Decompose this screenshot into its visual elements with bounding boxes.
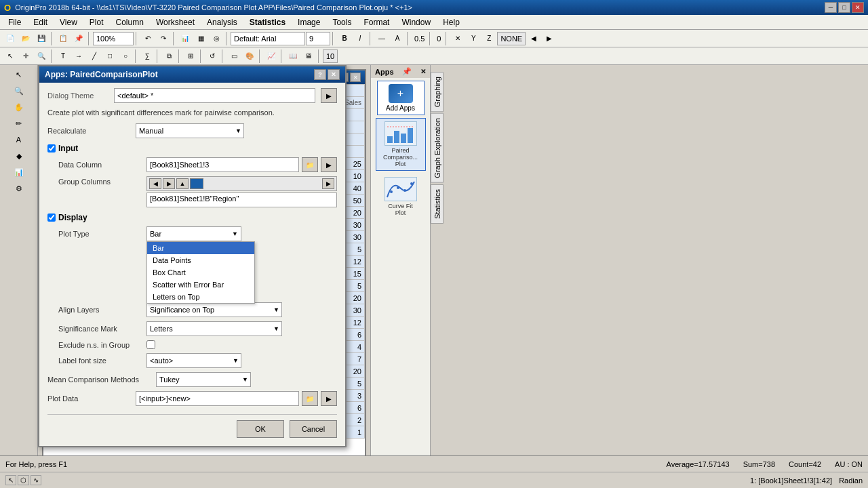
open-btn[interactable]: 📂 (18, 31, 33, 46)
bottom-tool-3[interactable]: ∿ (31, 475, 41, 485)
plot-data-input[interactable]: [<input>]<new> (136, 391, 299, 406)
redo-btn[interactable]: ↷ (156, 31, 171, 46)
mean-comparison-select[interactable]: Tukey Bonferroni Dunn (156, 372, 251, 387)
scatter-btn[interactable]: ◎ (209, 31, 224, 46)
significance-mark-select[interactable]: Letters Bars (146, 321, 282, 336)
plot-type-btn[interactable]: Bar ▼ (146, 226, 241, 241)
tab-graphing[interactable]: Graphing (431, 72, 443, 112)
menu-worksheet[interactable]: Worksheet (151, 16, 200, 28)
crosshair-tool[interactable]: ✛ (18, 49, 33, 64)
zoom-in-tool[interactable]: 🔍 (34, 49, 49, 64)
menu-statistics[interactable]: Statistics (244, 16, 291, 28)
maximize-button[interactable]: □ (838, 2, 850, 13)
screen-reader[interactable]: 🖥 (301, 49, 316, 64)
formula-tool[interactable]: ∑ (140, 49, 155, 64)
menu-plot[interactable]: Plot (84, 16, 109, 28)
gc-more-btn[interactable]: ▶ (322, 178, 334, 189)
menu-analysis[interactable]: Analysis (201, 16, 243, 28)
gc-up-btn[interactable]: ▲ (176, 178, 189, 189)
gc-left-btn[interactable]: ◀ (149, 178, 161, 189)
gc-color-swatch[interactable] (190, 178, 203, 189)
menu-view[interactable]: View (54, 16, 83, 28)
tab-graph-exploration[interactable]: Graph Exploration (431, 113, 443, 183)
dialog-help-btn[interactable]: ? (314, 69, 326, 80)
font-size-input[interactable]: 9 (306, 32, 330, 45)
graph-tool[interactable]: 📊 (12, 165, 26, 180)
layer-tool[interactable]: ⧉ (161, 49, 176, 64)
rotate-tool[interactable]: ↺ (205, 49, 220, 64)
arrow-tool[interactable]: → (71, 49, 86, 64)
plot-data-browse-btn[interactable]: 📁 (302, 391, 318, 406)
plot-type-option-scatter[interactable]: Scatter with Error Bar (147, 279, 254, 291)
menu-format[interactable]: Format (358, 16, 395, 28)
cancel-button[interactable]: Cancel (290, 420, 337, 438)
recalculate-select[interactable]: Manual Auto (136, 123, 244, 138)
menu-edit[interactable]: Edit (28, 16, 53, 28)
line-draw-tool[interactable]: ╱ (87, 49, 102, 64)
font-name-input[interactable]: Default: Arial (231, 32, 305, 45)
graph-nav[interactable]: 📈 (264, 49, 279, 64)
app-item-paired[interactable]: PairedCompariso...Plot (376, 118, 426, 171)
bottom-tool-1[interactable]: ↖ (5, 475, 16, 485)
menu-image[interactable]: Image (292, 16, 326, 28)
data-column-browse-btn[interactable]: 📁 (302, 157, 318, 172)
input-section-checkbox[interactable] (47, 144, 56, 152)
menu-file[interactable]: File (3, 16, 26, 28)
color-btn[interactable]: A (390, 31, 405, 46)
paste-btn[interactable]: 📌 (71, 31, 86, 46)
chart-btn[interactable]: 📊 (178, 31, 193, 46)
menu-tools[interactable]: Tools (327, 16, 357, 28)
bottom-tool-2[interactable]: ⬡ (18, 475, 29, 485)
text-insert-tool[interactable]: A (12, 132, 26, 147)
plot-type-option-points[interactable]: Data Points (147, 254, 254, 266)
data-reader[interactable]: 📖 (285, 49, 300, 64)
app-item-curvefit[interactable]: Curve FitPlot (376, 174, 426, 220)
data-column-arrow-btn[interactable]: ▶ (321, 157, 337, 172)
apps-panel-pin-icon[interactable]: 📌 (402, 67, 412, 76)
pointer-tool[interactable]: ↖ (3, 49, 18, 64)
group-col-value[interactable]: [Book81]Sheet1!B"Region" (146, 192, 337, 207)
add-apps-button[interactable]: + Add Apps (377, 81, 425, 115)
nav-next[interactable]: ▶ (542, 31, 557, 46)
exclude-ns-checkbox[interactable] (146, 340, 155, 349)
copy-btn[interactable]: 📋 (56, 31, 71, 46)
plot-data-arrow-btn[interactable]: ▶ (321, 391, 337, 406)
tab-statistics[interactable]: Statistics (431, 184, 443, 224)
theme-more-btn[interactable]: ▶ (321, 88, 337, 103)
undo-btn[interactable]: ↶ (140, 31, 155, 46)
close-button[interactable]: ✕ (852, 2, 864, 13)
label-font-size-select[interactable]: <auto> (146, 353, 241, 368)
select-tool[interactable]: ↖ (12, 67, 26, 82)
menu-window[interactable]: Window (396, 16, 436, 28)
sheet-close[interactable]: ✕ (350, 73, 361, 82)
theme-input[interactable]: <default> * (114, 88, 315, 103)
menu-column[interactable]: Column (111, 16, 149, 28)
pan-tool[interactable]: ✋ (12, 100, 26, 115)
plot-type-dropdown[interactable]: Bar ▼ Bar Data Points Box Chart Scatter … (146, 226, 241, 241)
shape-tool[interactable]: ◆ (12, 148, 26, 163)
plot-type-option-box[interactable]: Box Chart (147, 266, 254, 279)
line-btn[interactable]: — (374, 31, 389, 46)
data-column-input[interactable]: [Book81]Sheet1!3 (146, 157, 299, 172)
gc-right-btn[interactable]: ▶ (163, 178, 175, 189)
save-btn[interactable]: 💾 (34, 31, 49, 46)
zoom-input[interactable]: 100% (93, 32, 134, 45)
color-fill-tool[interactable]: 🎨 (242, 49, 257, 64)
draw-tool[interactable]: ✏ (12, 116, 26, 131)
new-file-btn[interactable]: 📄 (3, 31, 18, 46)
ellipse-tool[interactable]: ○ (118, 49, 133, 64)
display-section-checkbox[interactable] (47, 214, 56, 222)
z-btn[interactable]: Z (481, 31, 496, 46)
fit-tool[interactable]: ⊞ (183, 49, 198, 64)
plot-type-option-bar[interactable]: Bar (147, 242, 254, 254)
text-tool[interactable]: T (56, 49, 71, 64)
analysis-tool[interactable]: ⚙ (12, 181, 26, 196)
dialog-close-btn[interactable]: ✕ (328, 69, 340, 80)
align-layers-select[interactable]: Significance on Top (146, 302, 282, 317)
rect-tool[interactable]: □ (102, 49, 117, 64)
italic-btn[interactable]: I (353, 31, 368, 46)
zoom-tool[interactable]: 🔍 (12, 83, 26, 98)
minimize-button[interactable]: ─ (825, 2, 837, 13)
x-btn[interactable]: ✕ (450, 31, 465, 46)
ok-button[interactable]: OK (237, 420, 284, 438)
